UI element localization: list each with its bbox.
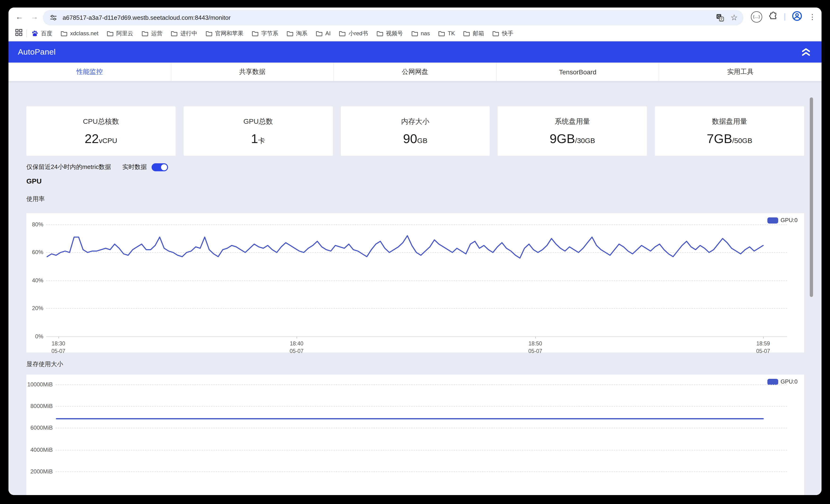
- stat-cards: CPU总核数 22vCPU GPU总数 1卡 内存大小 90GB 系统盘用量 9…: [26, 106, 804, 156]
- url-text[interactable]: a678517-a3a7-d11e7d69.westb.seetacloud.c…: [63, 14, 715, 21]
- bookmark-item[interactable]: TK: [438, 30, 455, 37]
- card-value: 7GB: [707, 132, 732, 146]
- bookmark-item[interactable]: xdclass.net: [61, 30, 98, 37]
- chart2-title: 显存使用大小: [26, 360, 63, 368]
- monitor-page: CPU总核数 22vCPU GPU总数 1卡 内存大小 90GB 系统盘用量 9…: [8, 81, 822, 495]
- card-unit: 卡: [258, 136, 265, 144]
- translate-icon[interactable]: G文: [715, 13, 725, 22]
- screen: ← → ↻ a678517-a3a7-d11e7d69.westb.seetac…: [0, 0, 830, 504]
- bookmark-item[interactable]: 小red书: [339, 29, 368, 37]
- card-title: 数据盘用量: [712, 117, 747, 126]
- browser-window: ← → ↻ a678517-a3a7-d11e7d69.westb.seetac…: [8, 7, 822, 495]
- svg-text:文: 文: [720, 17, 723, 21]
- section-title: GPU: [26, 177, 42, 185]
- profile-avatar[interactable]: [792, 10, 802, 23]
- toolbar-divider: [784, 13, 785, 21]
- collapse-chevrons-icon[interactable]: [800, 46, 812, 58]
- utilization-line-plot[interactable]: [26, 213, 804, 352]
- page-scrollbar[interactable]: [810, 97, 813, 297]
- bookmark-item[interactable]: AI: [316, 30, 331, 37]
- card-title: CPU总核数: [83, 117, 119, 126]
- chart1-title: 使用率: [26, 195, 45, 203]
- card-value: 90: [403, 132, 417, 146]
- card-cpu-cores: CPU总核数 22vCPU: [26, 106, 175, 156]
- card-memory: 内存大小 90GB: [341, 106, 490, 156]
- url-bar[interactable]: a678517-a3a7-d11e7d69.westb.seetacloud.c…: [43, 10, 743, 25]
- app-title: AutoPanel: [18, 47, 56, 57]
- bookmark-item[interactable]: 邮箱: [464, 29, 484, 37]
- card-unit: /30GB: [575, 136, 595, 144]
- bookmark-item[interactable]: 淘系: [287, 29, 308, 37]
- memory-line-plot[interactable]: [26, 375, 804, 495]
- tab-shared-data[interactable]: 共享数据: [171, 63, 334, 81]
- card-title: 系统盘用量: [555, 117, 590, 126]
- bookmark-items: 百度xdclass.net阿里云运营进行中官网和苹果字节系淘系AI小red书视频…: [32, 29, 522, 37]
- retention-note: 仅保留近24小时内的metric数据: [26, 163, 111, 171]
- tab-utilities[interactable]: 实用工具: [659, 63, 822, 81]
- bookmark-item[interactable]: 快手: [493, 29, 513, 37]
- card-value: 22: [85, 132, 99, 146]
- toolbar-right: {…} ⋮: [751, 7, 816, 26]
- bookmark-item[interactable]: 字节系: [252, 29, 278, 37]
- extensions-puzzle-icon[interactable]: [769, 11, 778, 22]
- card-unit: GB: [417, 136, 427, 144]
- extension-badge-icon[interactable]: {…}: [751, 11, 762, 22]
- bookmark-item[interactable]: 进行中: [171, 29, 197, 37]
- browser-menu-icon[interactable]: ⋮: [809, 13, 816, 20]
- back-icon[interactable]: ←: [15, 12, 24, 21]
- gpu-utilization-chart: GPU:0 80% 60% 40% 20% 0% 18:3005-07 18:4…: [26, 213, 804, 352]
- bookmark-item[interactable]: 官网和苹果: [206, 29, 244, 37]
- realtime-toggle[interactable]: [152, 163, 168, 171]
- tab-public-netdisk[interactable]: 公网网盘: [334, 63, 497, 81]
- card-gpu-count: GPU总数 1卡: [184, 106, 333, 156]
- card-value: 9GB: [550, 132, 575, 146]
- app-header: AutoPanel: [8, 41, 822, 63]
- apps-grid-icon[interactable]: [15, 29, 23, 38]
- toggle-knob: [161, 164, 167, 170]
- browser-toolbar: ← → ↻ a678517-a3a7-d11e7d69.westb.seetac…: [8, 7, 822, 26]
- bookmark-item[interactable]: 视频号: [376, 29, 403, 37]
- card-system-disk: 系统盘用量 9GB/30GB: [498, 106, 647, 156]
- card-title: 内存大小: [401, 117, 429, 126]
- card-data-disk: 数据盘用量 7GB/50GB: [655, 106, 804, 156]
- tab-performance-monitor[interactable]: 性能监控: [8, 63, 171, 81]
- bookmarks-divider: [26, 30, 27, 37]
- tab-tensorboard[interactable]: TensorBoard: [497, 63, 659, 81]
- forward-icon[interactable]: →: [30, 12, 39, 21]
- bookmark-item[interactable]: 百度: [32, 29, 52, 37]
- card-title: GPU总数: [244, 117, 273, 126]
- bookmark-item[interactable]: 运营: [142, 29, 162, 37]
- card-unit: /50GB: [732, 136, 752, 144]
- bookmark-item[interactable]: 阿里云: [107, 29, 133, 37]
- gpu-memory-chart: GPU:0 10000MiB 8000MiB 6000MiB 4000MiB 2…: [26, 375, 804, 495]
- card-value: 1: [251, 132, 258, 146]
- card-unit: vCPU: [99, 136, 117, 144]
- metric-meta-row: 仅保留近24小时内的metric数据 实时数据: [26, 163, 168, 171]
- site-settings-icon[interactable]: [49, 13, 58, 22]
- bookmark-item[interactable]: nas: [411, 30, 430, 37]
- bookmark-star-icon[interactable]: ☆: [731, 13, 738, 23]
- realtime-label: 实时数据: [122, 163, 147, 171]
- bookmarks-bar: 百度xdclass.net阿里云运营进行中官网和苹果字节系淘系AI小red书视频…: [8, 26, 822, 41]
- tab-bar: 性能监控 共享数据 公网网盘 TensorBoard 实用工具: [8, 63, 822, 81]
